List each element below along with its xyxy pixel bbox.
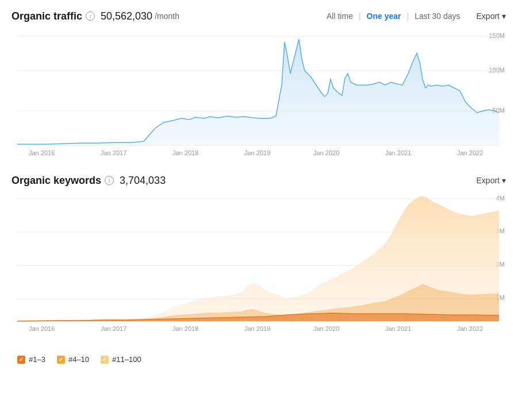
keywords-controls: Export ▾ <box>466 174 511 187</box>
legend-item-1-3: ✓ #1–3 <box>17 355 45 364</box>
traffic-header: Organic traffic i 50,562,030 /month All … <box>11 9 511 23</box>
keywords-title: Organic keywords <box>11 175 101 187</box>
keywords-legend: ✓ #1–3 ✓ #4–10 ✓ #11–100 <box>11 355 511 364</box>
last-30-days-button[interactable]: Last 30 days <box>409 9 466 23</box>
kw-x-2017: Jan 2017 <box>101 325 126 332</box>
traffic-area <box>17 39 499 145</box>
traffic-chart-container: 150M 100M 50M Jan 2016 Jan 2017 Jan <box>11 28 511 160</box>
one-year-button[interactable]: One year <box>361 9 407 23</box>
traffic-value: 50,562,030 <box>101 10 152 22</box>
x-label-2021: Jan 2021 <box>385 149 411 156</box>
y-label-150m: 150M <box>489 32 505 39</box>
keywords-info-icon[interactable]: i <box>105 176 114 185</box>
kw-x-2018: Jan 2018 <box>172 325 198 332</box>
keywords-header: Organic keywords i 3,704,033 Export ▾ <box>11 174 511 187</box>
all-time-button[interactable]: All time <box>321 9 359 23</box>
x-label-2017: Jan 2017 <box>101 149 126 156</box>
legend-label-1-3: #1–3 <box>29 355 45 364</box>
legend-checkbox-11-100: ✓ <box>101 356 109 364</box>
keywords-chevron-icon: ▾ <box>502 176 506 185</box>
traffic-info-icon[interactable]: i <box>86 11 95 21</box>
legend-checkbox-1-3: ✓ <box>17 356 25 364</box>
kw-x-2016: Jan 2016 <box>29 325 55 332</box>
y-label-100m: 100M <box>489 67 505 74</box>
organic-traffic-section: Organic traffic i 50,562,030 /month All … <box>11 9 511 160</box>
keywords-chart: 4M 3M 2M 1M <box>11 192 511 341</box>
traffic-title: Organic traffic <box>11 10 82 22</box>
x-label-2016: Jan 2016 <box>29 149 55 156</box>
keywords-export-button[interactable]: Export ▾ <box>472 174 511 187</box>
keywords-value: 3,704,033 <box>120 175 166 187</box>
kw-x-2022: Jan 2022 <box>457 325 483 332</box>
x-label-2022: Jan 2022 <box>457 149 483 156</box>
legend-checkbox-4-10: ✓ <box>57 356 65 364</box>
x-label-2018: Jan 2018 <box>172 149 198 156</box>
keywords-chart-container: 4M 3M 2M 1M <box>11 192 511 341</box>
kw-y-label-4m: 4M <box>496 195 505 202</box>
organic-keywords-section: Organic keywords i 3,704,033 Export ▾ 4M… <box>11 174 511 364</box>
export-label: Export <box>477 11 500 21</box>
legend-item-11-100: ✓ #11–100 <box>101 355 141 364</box>
keywords-export-label: Export <box>477 176 500 185</box>
x-label-2019: Jan 2019 <box>244 149 270 156</box>
kw-x-2020: Jan 2020 <box>313 325 339 332</box>
kw-x-2021: Jan 2021 <box>385 325 411 332</box>
legend-item-4-10: ✓ #4–10 <box>57 355 89 364</box>
legend-label-11-100: #11–100 <box>112 355 141 364</box>
chevron-down-icon: ▾ <box>502 11 506 21</box>
traffic-export-button[interactable]: Export ▾ <box>472 9 511 23</box>
legend-label-4-10: #4–10 <box>68 355 89 364</box>
kw-x-2019: Jan 2019 <box>244 325 270 332</box>
x-label-2020: Jan 2020 <box>313 149 339 156</box>
time-controls: All time | One year | Last 30 days Expor… <box>321 9 511 23</box>
traffic-chart: 150M 100M 50M Jan 2016 Jan 2017 Jan <box>11 28 511 160</box>
traffic-unit: /month <box>155 11 179 21</box>
